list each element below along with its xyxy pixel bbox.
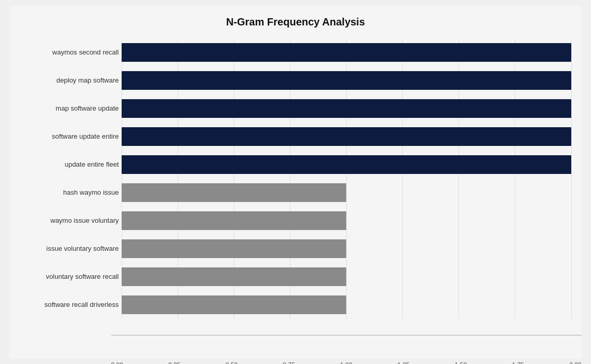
y-label: hash waymo issue xyxy=(20,189,119,196)
y-label: map software update xyxy=(20,105,119,112)
bar xyxy=(122,155,571,174)
y-label: software update entire xyxy=(20,133,119,140)
chart-container: N-Gram Frequency Analysis waymos second … xyxy=(10,6,582,359)
plot-area xyxy=(122,38,571,319)
chart-title: N-Gram Frequency Analysis xyxy=(20,16,571,28)
bar-row xyxy=(122,238,571,259)
x-tick: 1.75 xyxy=(512,361,524,365)
bar xyxy=(122,239,347,258)
bar-row xyxy=(122,98,571,119)
x-tick: 1.50 xyxy=(455,361,467,365)
x-tick: 0.50 xyxy=(226,361,238,365)
y-label: voluntary software recall xyxy=(20,273,119,280)
bar xyxy=(122,127,571,146)
x-ticks: 0.000.250.500.751.001.251.501.752.00 xyxy=(111,359,582,365)
bar-row xyxy=(122,70,571,91)
x-tick: 0.75 xyxy=(283,361,295,365)
bar xyxy=(122,43,571,62)
bar xyxy=(122,99,571,118)
bar xyxy=(122,267,347,286)
y-label: update entire fleet xyxy=(20,161,119,168)
bar-row xyxy=(122,210,571,231)
bar xyxy=(122,71,571,90)
y-label: issue voluntary software xyxy=(20,245,119,252)
x-axis-line xyxy=(111,335,582,335)
y-label: deploy map software xyxy=(20,77,119,84)
y-label: software recall driverless xyxy=(20,301,119,308)
x-axis-area: 0.000.250.500.751.001.251.501.752.00 Fre… xyxy=(111,359,582,365)
bar-row xyxy=(122,266,571,287)
bar-row xyxy=(122,126,571,147)
bar-row xyxy=(122,294,571,315)
x-tick: 1.00 xyxy=(340,361,352,365)
bar xyxy=(122,211,347,230)
x-tick: 2.00 xyxy=(569,361,581,365)
bar-row xyxy=(122,182,571,203)
grid-line xyxy=(571,38,572,319)
bars-wrapper xyxy=(122,38,571,319)
y-axis-labels: waymos second recalldeploy map softwarem… xyxy=(20,38,122,319)
y-label: waymos second recall xyxy=(20,49,119,56)
x-tick: 1.25 xyxy=(398,361,410,365)
x-tick: 0.00 xyxy=(111,361,123,365)
y-label: waymo issue voluntary xyxy=(20,217,119,224)
bar xyxy=(122,295,347,314)
chart-area: waymos second recalldeploy map softwarem… xyxy=(20,38,571,319)
x-tick: 0.25 xyxy=(168,361,180,365)
bar-row xyxy=(122,42,571,63)
bar-row xyxy=(122,154,571,175)
bar xyxy=(122,183,347,202)
